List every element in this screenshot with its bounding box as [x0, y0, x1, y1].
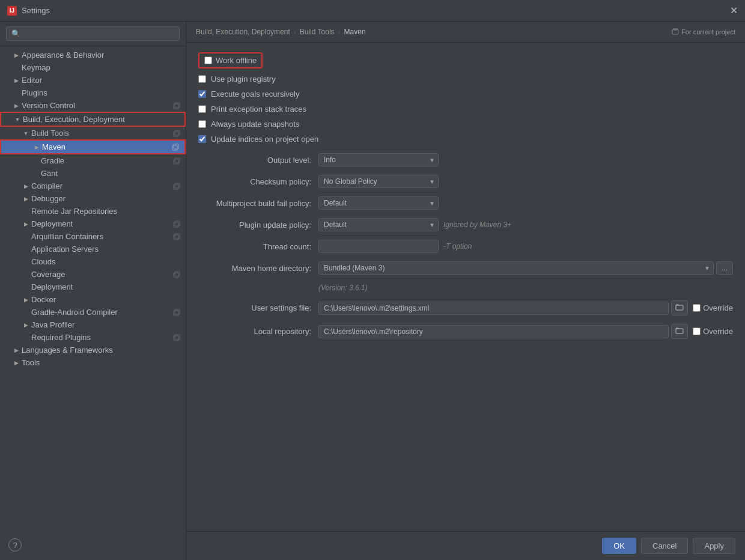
user-settings-browse-button[interactable]	[671, 300, 688, 315]
sidebar-item-app-servers[interactable]: Application Servers	[0, 243, 186, 255]
breadcrumb-part-0: Build, Execution, Deployment	[196, 28, 290, 36]
folder-icon	[675, 303, 684, 311]
plugin-update-note: Ignored by Maven 3+	[443, 221, 511, 229]
svg-rect-17	[175, 309, 180, 314]
sidebar-label-editor: Editor	[22, 76, 181, 85]
print-exception-label[interactable]: Print exception stack traces	[211, 105, 306, 114]
plugin-update-wrapper: Default Always Never ▼	[318, 218, 439, 231]
user-settings-input[interactable]	[318, 302, 669, 315]
checksum-policy-wrapper: No Global Policy Strict Warn Ignore ▼	[318, 175, 439, 188]
sidebar-label-coverage: Coverage	[31, 270, 170, 279]
work-offline-label[interactable]: Work offline	[216, 56, 257, 65]
sidebar-item-gant[interactable]: Gant	[0, 167, 186, 180]
svg-rect-15	[175, 272, 180, 276]
local-repo-input[interactable]	[318, 325, 669, 338]
sidebar-item-appearance[interactable]: ▶ Appearance & Behavior	[0, 49, 186, 61]
sidebar-item-gradle[interactable]: Gradle	[0, 154, 186, 167]
always-update-checkbox[interactable]	[198, 120, 206, 128]
svg-rect-9	[175, 183, 180, 188]
sidebar-label-required-plugins: Required Plugins	[31, 333, 170, 342]
print-exception-checkbox[interactable]	[198, 105, 206, 113]
sidebar-item-gradle-android[interactable]: Gradle-Android Compiler	[0, 306, 186, 318]
sidebar-item-arquillian[interactable]: Arquillian Containers	[0, 230, 186, 243]
apply-button[interactable]: Apply	[693, 538, 735, 554]
sidebar-label-build-tools: Build Tools	[31, 129, 170, 138]
execute-goals-label[interactable]: Execute goals recursively	[211, 90, 299, 99]
sidebar-item-remote-jar[interactable]: Remote Jar Repositories	[0, 205, 186, 218]
always-update-label[interactable]: Always update snapshots	[211, 120, 299, 129]
sidebar-label-maven: Maven	[42, 142, 169, 151]
ok-button[interactable]: OK	[602, 538, 636, 554]
maven-version-text: (Version: 3.6.1)	[318, 284, 368, 292]
sidebar-item-debugger[interactable]: ▶ Debugger	[0, 192, 186, 205]
user-settings-override-label[interactable]: Override	[703, 303, 733, 312]
work-offline-checkbox[interactable]	[204, 56, 212, 64]
search-input[interactable]	[6, 26, 180, 41]
maven-version: (Version: 3.6.1)	[318, 283, 733, 292]
svg-rect-0	[174, 104, 178, 109]
breadcrumb: Build, Execution, Deployment › Build Too…	[186, 22, 745, 43]
sidebar-item-build-exec[interactable]: ▼ Build, Execution, Deployment	[0, 112, 186, 127]
sidebar-item-keymap[interactable]: Keymap	[0, 61, 186, 74]
breadcrumb-project: For current project	[672, 28, 735, 35]
local-repo-override-checkbox[interactable]	[693, 327, 701, 335]
cancel-button[interactable]: Cancel	[641, 538, 688, 554]
sidebar-item-docker[interactable]: ▶ Docker	[0, 293, 186, 306]
sidebar-label-clouds: Clouds	[31, 257, 181, 266]
thread-count-input[interactable]	[318, 240, 439, 253]
svg-rect-6	[174, 159, 178, 164]
folder-icon-2	[675, 326, 684, 335]
expand-icon-remotejar	[22, 207, 30, 216]
sidebar-label-remote-jar: Remote Jar Repositories	[31, 207, 181, 216]
maven-home-browse-button[interactable]: ...	[716, 261, 733, 275]
sidebar-label-keymap: Keymap	[22, 63, 181, 72]
sidebar-item-languages[interactable]: ▶ Languages & Frameworks	[0, 344, 186, 356]
maven-home-select[interactable]: Bundled (Maven 3) Custom	[318, 261, 714, 275]
sidebar-label-gradle: Gradle	[41, 156, 170, 165]
sidebar-item-deployment[interactable]: ▶ Deployment	[0, 218, 186, 230]
sidebar-item-editor[interactable]: ▶ Editor	[0, 74, 186, 87]
dialog-title: Settings	[22, 6, 50, 15]
sidebar-item-version-control[interactable]: ▶ Version Control	[0, 99, 186, 112]
sidebar-label-vc: Version Control	[22, 101, 170, 110]
sidebar-item-compiler[interactable]: ▶ Compiler	[0, 180, 186, 192]
expand-icon-bt: ▼	[22, 129, 30, 138]
sidebar-item-java-profiler[interactable]: ▶ Java Profiler	[0, 318, 186, 331]
use-plugin-registry-label[interactable]: Use plugin registry	[211, 75, 276, 84]
expand-icon-coverage	[22, 270, 30, 279]
sidebar-label-appearance: Appearance & Behavior	[22, 50, 181, 59]
user-settings-override-checkbox[interactable]	[693, 304, 701, 312]
dialog-body: ▶ Appearance & Behavior Keymap ▶ Editor …	[0, 22, 745, 560]
expand-icon-required	[22, 333, 30, 342]
sidebar-item-deployment2[interactable]: Deployment	[0, 281, 186, 293]
sidebar-item-maven[interactable]: ▶ Maven	[0, 139, 186, 154]
execute-goals-checkbox[interactable]	[198, 90, 206, 98]
sidebar-item-required-plugins[interactable]: Required Plugins	[0, 331, 186, 344]
sidebar-item-tools[interactable]: ▶ Tools	[0, 356, 186, 369]
use-plugin-registry-checkbox[interactable]	[198, 75, 206, 83]
svg-rect-3	[175, 130, 180, 135]
local-repo-browse-button[interactable]	[671, 324, 688, 339]
sidebar: ▶ Appearance & Behavior Keymap ▶ Editor …	[0, 22, 186, 560]
update-indices-checkbox[interactable]	[198, 135, 206, 143]
local-repo-label: Local repository:	[198, 327, 318, 336]
help-button[interactable]: ?	[8, 538, 22, 552]
output-level-select[interactable]: Info Debug Warn Error	[318, 153, 439, 166]
sidebar-item-clouds[interactable]: Clouds	[0, 255, 186, 268]
maven-home-field: Bundled (Maven 3) Custom ▼ ...	[318, 261, 733, 275]
update-indices-label[interactable]: Update indices on project open	[211, 135, 318, 144]
local-repo-override-label[interactable]: Override	[703, 327, 733, 336]
sidebar-item-coverage[interactable]: Coverage	[0, 268, 186, 281]
multiproject-select[interactable]: Default Never At End Always	[318, 196, 439, 210]
sidebar-item-plugins[interactable]: Plugins	[0, 87, 186, 99]
svg-rect-10	[174, 222, 178, 227]
expand-icon-jprofiler: ▶	[22, 321, 30, 329]
sidebar-label-java-profiler: Java Profiler	[31, 320, 181, 329]
plugin-update-select[interactable]: Default Always Never	[318, 218, 439, 231]
copy-icon-coverage	[172, 270, 181, 279]
sidebar-label-docker: Docker	[31, 295, 181, 304]
sidebar-item-build-tools[interactable]: ▼ Build Tools	[0, 127, 186, 139]
close-button[interactable]: ✕	[730, 6, 738, 16]
content-panel: Build, Execution, Deployment › Build Too…	[186, 22, 745, 560]
checksum-policy-select[interactable]: No Global Policy Strict Warn Ignore	[318, 175, 439, 188]
